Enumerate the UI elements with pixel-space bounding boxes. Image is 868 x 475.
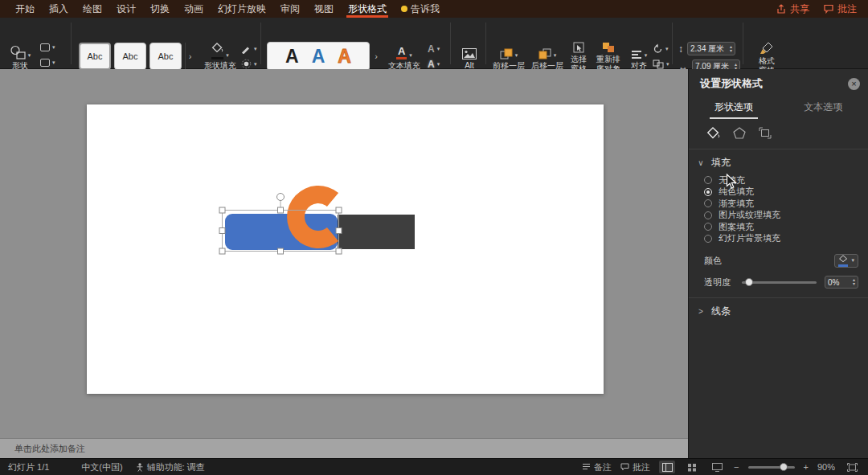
comments-button[interactable]: 批注 bbox=[824, 2, 857, 16]
align-button[interactable]: ▾ 对齐 bbox=[627, 40, 651, 71]
send-backward-button[interactable]: ▾ 后移一层 bbox=[529, 40, 566, 71]
language-indicator[interactable]: 中文(中国) bbox=[81, 461, 122, 473]
fill-option-solid-fill[interactable]: 纯色填充 bbox=[689, 186, 868, 199]
shape-style-preset-1[interactable]: Abc bbox=[79, 43, 111, 70]
share-button[interactable]: 共享 bbox=[776, 2, 809, 16]
edit-shape-button[interactable]: ▾ bbox=[40, 41, 55, 53]
accessibility-status[interactable]: 辅助功能: 调查 bbox=[136, 461, 205, 473]
zoom-slider-knob[interactable] bbox=[780, 463, 788, 471]
menu-tab-transitions[interactable]: 切换 bbox=[143, 0, 177, 18]
bring-forward-button[interactable]: ▾ 前移一层 bbox=[490, 40, 527, 71]
fill-option-gradient-fill[interactable]: 渐变填充 bbox=[689, 198, 868, 210]
wordart-style-1[interactable]: A bbox=[285, 47, 299, 66]
comments-toggle-button[interactable]: 批注 bbox=[620, 461, 650, 473]
notes-toggle-button[interactable]: 备注 bbox=[582, 461, 612, 473]
tab-shape-options[interactable]: 形状选项 bbox=[689, 97, 779, 119]
zoom-level[interactable]: 90% bbox=[817, 462, 835, 472]
comment-icon bbox=[620, 463, 629, 471]
chevron-down-icon: ∨ bbox=[697, 158, 705, 167]
shape-height-field[interactable]: 2.34 厘米 ▴▾ bbox=[687, 42, 735, 55]
comments-label: 批注 bbox=[837, 2, 857, 16]
menu-tab-tell-me[interactable]: 告诉我 bbox=[394, 0, 447, 18]
transparency-stepper[interactable]: ▴▾ bbox=[853, 278, 855, 286]
rotation-handle[interactable] bbox=[277, 194, 285, 201]
radio-icon[interactable] bbox=[704, 176, 712, 184]
transparency-value: 0% bbox=[828, 278, 839, 287]
close-icon[interactable]: × bbox=[848, 78, 860, 90]
transparency-row: 透明度 0% ▴▾ bbox=[689, 275, 868, 289]
text-outline-button[interactable]: A ▾ bbox=[428, 43, 440, 55]
text-box-button[interactable]: ▾ bbox=[40, 56, 55, 68]
menu-tab-design[interactable]: 设计 bbox=[109, 0, 143, 18]
group-separator bbox=[260, 23, 261, 64]
menu-tab-view[interactable]: 视图 bbox=[307, 0, 341, 18]
zoom-in-button[interactable]: + bbox=[804, 462, 809, 472]
radio-icon[interactable] bbox=[704, 223, 712, 231]
shape-outline-button[interactable]: ▾ bbox=[241, 43, 257, 55]
align-icon bbox=[631, 50, 642, 59]
fill-option-pattern-fill[interactable]: 图案填充 bbox=[689, 221, 868, 233]
radio-selected-icon[interactable] bbox=[704, 188, 712, 196]
effects-pentagon-icon[interactable] bbox=[733, 127, 746, 142]
text-fill-button[interactable]: A ▾ 文本填充 bbox=[384, 40, 424, 71]
menu-tab-draw[interactable]: 绘图 bbox=[76, 0, 109, 18]
fill-line-icon[interactable] bbox=[706, 127, 720, 142]
pane-title: 设置形状格式 bbox=[700, 76, 763, 91]
notes-placeholder: 单击此处添加备注 bbox=[14, 443, 85, 455]
insert-shape-button[interactable]: ▾ 形状 bbox=[5, 40, 35, 71]
wordart-gallery-more-button[interactable]: › bbox=[371, 43, 381, 70]
fill-option-background-fill[interactable]: 幻灯片背景填充 bbox=[689, 233, 868, 245]
slideshow-view-button[interactable] bbox=[709, 461, 725, 473]
group-objects-button[interactable]: ▾ bbox=[653, 58, 669, 70]
dark-rectangle-shape[interactable] bbox=[338, 215, 415, 249]
text-fill-icon: A bbox=[396, 46, 407, 59]
menu-tab-insert[interactable]: 插入 bbox=[42, 0, 76, 18]
fill-option-no-fill[interactable]: 无填充 bbox=[689, 174, 868, 186]
size-properties-icon[interactable] bbox=[759, 127, 772, 142]
menu-tab-slideshow[interactable]: 幻灯片放映 bbox=[211, 0, 273, 18]
fill-color-picker-button[interactable]: ▾ bbox=[834, 254, 858, 268]
shape-fill-button[interactable]: ▾ 形状填充 bbox=[201, 40, 240, 71]
wordart-gallery[interactable]: A A A bbox=[267, 42, 370, 71]
normal-view-button[interactable] bbox=[659, 461, 675, 473]
line-section-header[interactable]: > 线条 bbox=[689, 298, 868, 323]
slide-sorter-view-button[interactable] bbox=[684, 461, 700, 473]
height-stepper[interactable]: ▴▾ bbox=[730, 45, 732, 53]
style-gallery-more-button[interactable]: › bbox=[185, 43, 194, 70]
radio-icon[interactable] bbox=[704, 235, 712, 243]
menu-tab-animations[interactable]: 动画 bbox=[177, 0, 211, 18]
transparency-value-field[interactable]: 0% ▴▾ bbox=[825, 276, 858, 289]
radio-icon[interactable] bbox=[704, 199, 712, 207]
fill-option-picture-texture-fill[interactable]: 图片或纹理填充 bbox=[689, 210, 868, 222]
menu-tab-shape-format[interactable]: 形状格式 bbox=[341, 0, 394, 18]
outline-pen-icon bbox=[241, 44, 252, 54]
tab-text-options[interactable]: 文本选项 bbox=[779, 97, 868, 119]
zoom-slider[interactable] bbox=[748, 466, 795, 469]
slide[interactable] bbox=[87, 104, 604, 394]
slider-knob[interactable] bbox=[745, 278, 753, 286]
text-effects-button[interactable]: A ▾ bbox=[428, 58, 440, 70]
radio-icon[interactable] bbox=[704, 211, 712, 219]
menu-tab-review[interactable]: 审阅 bbox=[273, 0, 307, 18]
shape-height-value: 2.34 厘米 bbox=[690, 43, 724, 55]
menu-tab-home[interactable]: 开始 bbox=[8, 0, 42, 18]
shape-effects-button[interactable]: ▾ bbox=[241, 58, 257, 70]
height-icon: ↕ bbox=[678, 43, 683, 55]
fit-slide-to-window-button[interactable] bbox=[844, 461, 860, 473]
chevron-down-icon: ▾ bbox=[52, 59, 55, 67]
pane-icon-tabs bbox=[689, 119, 868, 149]
transparency-slider[interactable] bbox=[742, 281, 817, 284]
fill-section-header[interactable]: ∨ 填充 bbox=[689, 149, 868, 174]
group-separator bbox=[485, 23, 486, 64]
notes-area[interactable]: 单击此处添加备注 bbox=[0, 438, 688, 458]
zoom-out-button[interactable]: − bbox=[734, 462, 739, 472]
rotate-button[interactable]: ▾ bbox=[653, 43, 669, 55]
menu-bar: 开始 插入 绘图 设计 切换 动画 幻灯片放映 审阅 视图 形状格式 告诉我 共… bbox=[0, 0, 868, 18]
wordart-style-2[interactable]: A bbox=[312, 47, 326, 66]
size-height-row: ↕ 2.34 厘米 ▴▾ bbox=[678, 42, 735, 55]
shape-style-preset-3[interactable]: Abc bbox=[149, 43, 182, 70]
shape-style-preset-2[interactable]: Abc bbox=[114, 43, 146, 70]
slide-canvas[interactable] bbox=[0, 69, 688, 438]
wordart-style-3[interactable]: A bbox=[338, 47, 351, 66]
group-separator bbox=[743, 23, 743, 64]
